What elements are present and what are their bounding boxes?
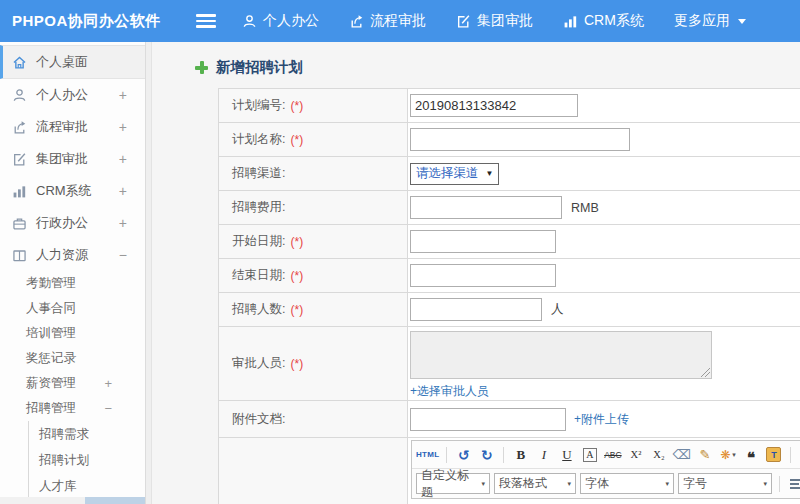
editor-toolbar-row1: HTML ↺ ↻ B I U A ABC X² <box>412 441 800 469</box>
text-color-magic-icon[interactable]: ❋ <box>720 448 730 462</box>
required-mark: (*) <box>290 303 303 317</box>
format-brush-icon[interactable]: ✎ <box>695 445 714 465</box>
form-row-recruit-channel: 招聘渠道: 请选择渠道 ▼ <box>219 157 800 191</box>
eraser-icon[interactable]: ⌫ <box>672 445 691 465</box>
plan-name-input[interactable] <box>410 128 630 151</box>
bold-button[interactable]: B <box>511 445 530 465</box>
sidebar-item-label: 个人桌面 <box>36 53 88 71</box>
sidebar-item-crm-system[interactable]: CRM系统 + <box>0 175 145 207</box>
expand-plus-icon[interactable]: + <box>119 87 127 103</box>
select-placeholder: 请选择渠道 <box>416 165 479 182</box>
plan-number-input[interactable] <box>410 94 578 117</box>
field-label: 结束日期: (*) <box>219 259 408 292</box>
channel-select[interactable]: 请选择渠道 ▼ <box>410 163 499 185</box>
currency-suffix: RMB <box>571 201 599 215</box>
sidebar-item-recruit-demand[interactable]: 招聘需求 <box>29 421 145 447</box>
blockquote-icon[interactable]: ❝ <box>741 445 760 465</box>
expand-plus-icon[interactable]: + <box>119 215 127 231</box>
custom-title-select[interactable]: 自定义标题▾ <box>416 473 490 494</box>
align-left-icon[interactable] <box>790 479 800 489</box>
expand-plus-icon[interactable]: + <box>104 376 112 391</box>
caret-down-icon <box>738 19 746 24</box>
submenu-label: 招聘管理 <box>26 400 76 417</box>
sidebar-item-personal-desktop[interactable]: 个人桌面 <box>0 45 145 79</box>
undo-icon[interactable]: ↺ <box>454 445 473 465</box>
label-text: 审批人员: <box>232 355 285 372</box>
underline-button[interactable]: U <box>557 445 576 465</box>
expand-plus-icon[interactable]: + <box>119 183 127 199</box>
nav-crm-system[interactable]: CRM系统 <box>563 12 644 30</box>
nav-personal-office[interactable]: 个人办公 <box>242 12 319 30</box>
scrollbar-thumb[interactable] <box>85 497 145 504</box>
font-family-select[interactable]: 字体▾ <box>580 473 674 494</box>
label-text: 招聘人数: <box>232 301 285 318</box>
italic-button[interactable]: I <box>534 445 553 465</box>
font-size-select[interactable]: 字号▾ <box>678 473 772 494</box>
label-text: 结束日期: <box>232 267 285 284</box>
choose-approvers-link[interactable]: +选择审批人员 <box>410 383 489 400</box>
bar-chart-icon <box>563 14 578 29</box>
nav-more-apps[interactable]: 更多应用 <box>674 12 746 30</box>
autotypeset-icon[interactable]: A <box>583 448 596 462</box>
recruit-cost-input[interactable] <box>410 196 562 219</box>
add-plus-icon <box>195 61 208 74</box>
nav-group-approval[interactable]: 集团审批 <box>456 12 533 30</box>
sidebar-horizontal-scrollbar[interactable] <box>0 497 145 504</box>
flow-arrow-icon <box>349 14 364 29</box>
required-mark: (*) <box>290 357 303 371</box>
redo-icon[interactable]: ↻ <box>477 445 496 465</box>
required-mark: (*) <box>290 99 303 113</box>
expand-plus-icon[interactable]: + <box>119 151 127 167</box>
resize-grip-icon[interactable] <box>701 368 710 377</box>
field-label: 招聘渠道: <box>219 157 408 190</box>
approvers-textarea[interactable] <box>410 331 712 379</box>
form-row-plan-number: 计划编号: (*) <box>219 89 800 123</box>
bar-chart-icon <box>12 184 27 199</box>
caret-down-icon: ▾ <box>481 480 485 488</box>
nav-workflow-approval[interactable]: 流程审批 <box>349 12 426 30</box>
sidebar-item-hr-contracts[interactable]: 人事合同 <box>0 296 145 321</box>
start-date-input[interactable] <box>410 230 556 253</box>
sidebar-item-talent-pool[interactable]: 人才库 <box>29 473 145 499</box>
label-text: 开始日期: <box>232 233 285 250</box>
paragraph-format-select[interactable]: 段落格式▾ <box>494 473 576 494</box>
field-label: 开始日期: (*) <box>219 225 408 258</box>
required-mark: (*) <box>290 133 303 147</box>
user-icon <box>12 88 27 103</box>
subscript-button[interactable]: X₂ <box>649 445 668 465</box>
main-content: 新增招聘计划 计划编号: (*) 计划名称: (*) <box>152 42 800 504</box>
page-title-text: 新增招聘计划 <box>216 58 303 77</box>
sidebar-item-recruit-mgmt[interactable]: 招聘管理− <box>0 396 145 421</box>
form-row-approvers: 审批人员: (*) +选择审批人员 <box>219 327 800 401</box>
menu-toggle-icon[interactable] <box>196 14 216 28</box>
expand-plus-icon[interactable]: + <box>119 119 127 135</box>
sidebar-item-recruit-plan[interactable]: 招聘计划 <box>29 447 145 473</box>
sidebar-item-training-mgmt[interactable]: 培训管理 <box>0 321 145 346</box>
sidebar-item-attendance-mgmt[interactable]: 考勤管理 <box>0 271 145 296</box>
sidebar-item-reward-records[interactable]: 奖惩记录 <box>0 346 145 371</box>
editor-toolbar-row2: 自定义标题▾ 段落格式▾ 字体▾ 字号▾ ∞ <box>412 469 800 498</box>
page-body: 个人桌面 个人办公 + 流程审批 + 集团审批 + CRM系统 + <box>0 42 800 504</box>
expand-minus-icon[interactable]: − <box>119 247 127 263</box>
sidebar-item-personal-office[interactable]: 个人办公 + <box>0 79 145 111</box>
sidebar-item-group-approval[interactable]: 集团审批 + <box>0 143 145 175</box>
sidebar-item-admin-office[interactable]: 行政办公 + <box>0 207 145 239</box>
attachment-input[interactable] <box>410 408 566 431</box>
end-date-input[interactable] <box>410 264 556 287</box>
caret-down-icon: ▾ <box>732 451 736 459</box>
top-navbar: PHPOA协同办公软件 个人办公 流程审批 集团审批 CRM系统 更多应用 <box>0 0 800 42</box>
select-label: 自定义标题 <box>421 467 479 501</box>
sidebar-item-human-resources[interactable]: 人力资源 − <box>0 239 145 271</box>
html-source-button[interactable]: HTML <box>416 445 439 465</box>
sidebar-item-salary-mgmt[interactable]: 薪资管理+ <box>0 371 145 396</box>
rich-text-editor: HTML ↺ ↻ B I U A ABC X² <box>411 440 800 499</box>
label-text: 招聘渠道: <box>232 165 285 182</box>
paste-icon[interactable]: T <box>766 447 781 462</box>
expand-minus-icon[interactable]: − <box>104 401 112 416</box>
attachment-upload-link[interactable]: +附件上传 <box>574 411 629 428</box>
sidebar-item-workflow-approval[interactable]: 流程审批 + <box>0 111 145 143</box>
headcount-input[interactable] <box>410 298 542 321</box>
toolbar-separator <box>446 447 447 463</box>
superscript-button[interactable]: X² <box>626 445 645 465</box>
strikethrough-button[interactable]: ABC <box>603 445 622 465</box>
